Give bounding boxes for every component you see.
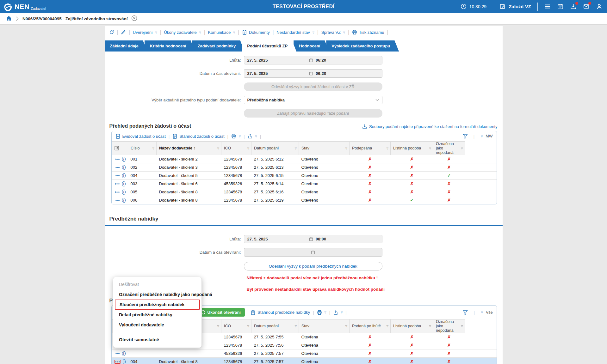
tab-zakladni-udaje[interactable]: Základní údaje [105,40,147,52]
home-button[interactable] [6,15,12,22]
row-info-icon[interactable]: i [122,181,126,186]
toolbar-uverejneni[interactable]: Uveřejnění▽ [133,30,157,35]
row-info-icon[interactable]: i [122,351,126,356]
table-row[interactable]: i004Dodavatel - školení 81234567827. 5. … [112,358,497,364]
download-requests-button[interactable]: Stáhnout žádosti o účast [172,134,224,139]
table-row[interactable]: i003Dodavatel - školení 64535932627. 5. … [112,180,497,188]
nen-logo[interactable]: NEN Zadavatel [3,1,111,12]
column-filter-icon[interactable]: ▽ [217,147,219,150]
column-header[interactable]: Podepsána▽ [350,142,391,155]
toolbar-ukony-zadavatele[interactable]: Úkony zadavatele▽ [164,30,201,35]
toolbar-komunikace[interactable]: Komunikace▽ [208,30,235,35]
column-filter-icon[interactable]: ▽ [295,147,297,150]
register-request-button[interactable]: Evidovat žádost o účast [115,134,166,139]
column-header[interactable]: Stav▽ [299,142,350,155]
profile-button[interactable] [596,3,603,10]
print-button[interactable]: ▽ [231,134,241,139]
column-filter-icon[interactable]: ▽ [247,147,249,150]
participation-opening-field[interactable]: 27. 5. 2025 06:20 [244,69,382,78]
calendar-icon[interactable] [309,237,313,241]
column-header[interactable]: Označena jako nepodaná▽ [433,319,465,333]
row-info-icon[interactable]: i [122,157,126,162]
finish-opening-button[interactable]: Ukončit otevírání [197,308,245,317]
column-settings[interactable] [112,142,128,155]
tab-kriteria-hodnoceni[interactable]: Kritéria hodnocení [145,40,195,52]
submission-files-link[interactable]: Soubory podání najdete připravené ke sta… [362,124,497,129]
filter-button[interactable] [463,134,468,139]
create-vz-button[interactable]: Založit VZ [499,3,531,10]
column-header[interactable]: Název dodavatele↑▽ [157,142,221,155]
column-filter-icon[interactable]: ▽ [429,147,431,150]
row-info-icon[interactable]: i [122,198,126,203]
tab-vysledek-zadavaciho-postupu[interactable]: Výsledek zadávacího postupu [326,40,399,52]
preliminary-deadline-field[interactable]: 27. 5. 2025 08:00 [244,235,382,243]
toolbar-tisk-zaznamu[interactable]: Tisk záznamu [352,30,384,35]
toolbar-refresh[interactable] [109,30,114,35]
row-menu-button[interactable] [114,166,120,169]
calendar-icon[interactable] [309,71,313,76]
column-header[interactable]: IČO▽ [221,319,251,333]
breadcrumb-record[interactable]: N006/25/V00004995 - Zajištění závodního … [22,16,127,21]
table-row[interactable]: i001Dodavatel - školení 21234567827. 5. … [112,155,497,163]
column-filter-icon[interactable]: ▽ [345,147,347,150]
column-filter-icon[interactable]: ▽ [217,325,219,328]
chevron-down-icon[interactable]: ▽ [481,135,483,138]
participation-deadline-field[interactable]: 27. 5. 2025 06:20 [244,56,382,64]
column-filter-icon[interactable]: ▽ [429,325,431,328]
column-filter-icon[interactable]: ▽ [461,325,463,328]
column-filter-icon[interactable]: ▽ [152,147,154,150]
column-header[interactable]: Stav▽ [299,319,350,333]
row-menu-button[interactable] [114,174,120,177]
table-row[interactable]: i006Dodavatel - školení 81234567827. 5. … [112,196,497,204]
menu-item-otevrit-samostatne[interactable]: Otevřít samostatně [113,333,201,345]
row-info-icon[interactable]: i [122,190,126,195]
export-button[interactable]: ▽ [333,310,343,315]
column-filter-icon[interactable]: ▽ [345,325,347,328]
submission-type-select[interactable]: Předběžná nabídka [244,96,382,104]
row-info-icon[interactable]: i [122,165,126,170]
row-menu-button[interactable] [114,360,121,364]
print-button[interactable]: ▽ [317,310,326,315]
row-menu-button[interactable] [114,191,120,194]
filter-button[interactable] [463,310,468,315]
row-menu-button[interactable] [114,352,120,355]
column-header[interactable]: Podaná po lhůtě▽ [350,319,391,333]
column-header[interactable]: Datum podání▽ [251,142,299,155]
table-row[interactable]: i005Dodavatel - školení 81234567827. 5. … [112,188,497,196]
export-button[interactable]: ▽ [248,134,257,139]
column-filter-icon[interactable]: ▽ [295,325,297,328]
send-preliminary-request-button[interactable]: Odeslání výzvy k podání předběžných nabí… [244,262,382,270]
tab-zadavaci-podminky[interactable]: Zadávací podmínky [192,40,245,52]
table-row[interactable]: i4535932627. 5. 2025 7:57Otevřena✗✗✗ [112,349,497,358]
view-selector[interactable]: MW [486,134,492,138]
chevron-down-icon[interactable]: ▽ [481,311,483,314]
toolbar-edit[interactable] [121,30,126,35]
row-menu-button[interactable] [114,199,120,202]
tab-podani-ucastniku-zp[interactable]: Podání účastníků ZP [242,40,296,52]
close-record-button[interactable] [131,15,137,22]
column-header[interactable]: Listinná podoba▽ [391,142,433,155]
column-filter-icon[interactable]: ▽ [461,147,463,150]
row-menu-button[interactable] [114,182,120,185]
messages-button[interactable] [583,3,590,10]
column-header[interactable]: Datum podání▽ [251,319,299,333]
menu-button[interactable] [544,3,551,10]
toolbar-sprava-vz[interactable]: Správa VZ▽ [321,30,345,35]
column-filter-icon[interactable]: ▽ [387,325,388,328]
calendar-button[interactable] [557,3,564,10]
download-offers-button[interactable]: Stáhnout předběžné nabídky [251,310,310,315]
column-filter-icon[interactable]: ▽ [247,325,249,328]
row-menu-button[interactable] [114,158,120,161]
column-header[interactable]: IČO▽ [221,142,251,155]
toolbar-dokumenty[interactable]: Dokumenty [242,30,270,35]
menu-item-vylouceni-dodavatele[interactable]: Vyloučení dodavatele [113,320,201,330]
tab-hodnoceni[interactable]: Hodnocení [294,40,329,52]
menu-item-slouceni-predbeznych-nabidek[interactable]: Sloučení předběžných nabídek [115,300,200,310]
toolbar-nestandardni-stav[interactable]: Nestandardní stav▽ [276,30,314,35]
row-info-icon[interactable]: i [122,173,126,178]
table-row[interactable]: i004Dodavatel - školení 51234567827. 5. … [112,172,497,180]
column-header[interactable]: Listinná podoba▽ [391,319,433,333]
column-filter-icon[interactable]: ▽ [387,147,388,150]
column-header[interactable]: Číslo▽ [128,142,157,155]
menu-item-detail-predbezne-nabidky[interactable]: Detail předběžné nabídky [113,310,201,320]
